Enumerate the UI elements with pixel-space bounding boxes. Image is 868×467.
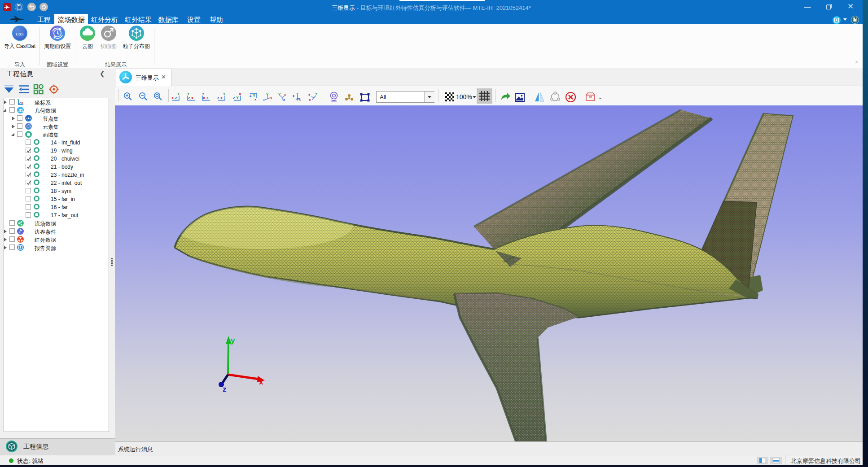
svg-text:z: z <box>308 93 310 97</box>
svg-text:z: z <box>206 96 209 100</box>
svg-text:Y: Y <box>177 92 180 96</box>
svg-text:z: z <box>293 94 294 98</box>
svg-text:x: x <box>220 96 223 100</box>
svg-text:x: x <box>259 378 263 386</box>
svg-text:z: z <box>233 96 235 100</box>
svg-text:y: y <box>231 336 235 345</box>
svg-text:z: z <box>175 96 177 100</box>
svg-text:x: x <box>270 96 272 100</box>
svg-text:Y: Y <box>223 92 226 96</box>
svg-text:x: x <box>299 97 301 101</box>
svg-text:z: z <box>223 385 227 393</box>
svg-text:z: z <box>263 97 265 101</box>
svg-text:z: z <box>283 98 285 102</box>
svg-text:X: X <box>239 92 241 96</box>
svg-text:x: x <box>171 96 174 100</box>
svg-text:x: x <box>254 97 257 101</box>
svg-text:Y: Y <box>187 92 190 96</box>
svg-text:x: x <box>203 96 205 100</box>
svg-text:Y: Y <box>236 96 239 100</box>
svg-text:z: z <box>250 93 252 98</box>
svg-text:X: X <box>21 101 23 105</box>
svg-text:cas: cas <box>16 30 23 37</box>
svg-text:z: z <box>188 96 190 100</box>
svg-text:z: z <box>217 96 219 100</box>
svg-text:x: x <box>309 98 311 102</box>
svg-text:Y: Y <box>315 92 318 96</box>
svg-text:Y: Y <box>202 92 205 96</box>
svg-text:x: x <box>191 96 193 100</box>
